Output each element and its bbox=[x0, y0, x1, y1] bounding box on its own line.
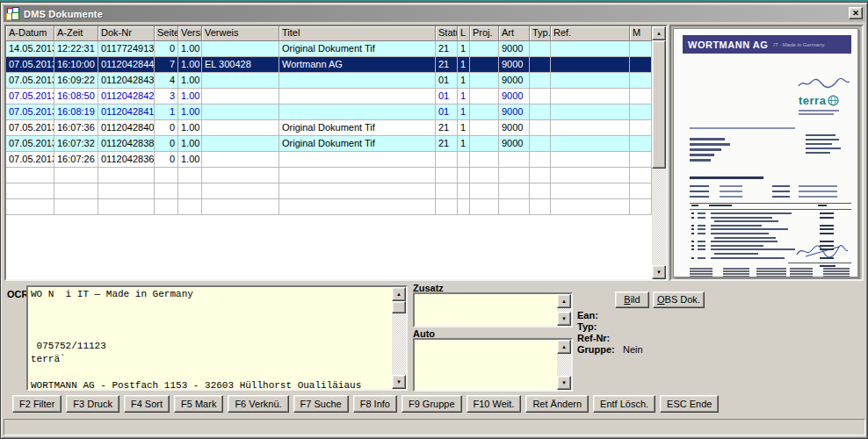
table-cell bbox=[630, 136, 652, 152]
scroll-thumb[interactable] bbox=[392, 301, 406, 313]
table-row-2[interactable]: 07.05.201316:09:22011204284341.000119000 bbox=[6, 73, 652, 89]
table-cell: 0112042843 bbox=[98, 73, 155, 89]
table-row-1[interactable]: 07.05.201316:10:00011204284471.00EL 3004… bbox=[6, 57, 652, 73]
column-header-titel[interactable]: Titel bbox=[279, 26, 436, 41]
scanned-text-line bbox=[690, 196, 709, 198]
column-header-versi[interactable]: Versi bbox=[178, 26, 202, 41]
scanned-text-line bbox=[690, 127, 795, 129]
title-bar[interactable]: DMS Dokumente ✕ bbox=[4, 5, 865, 22]
scroll-down-icon[interactable]: ▼ bbox=[652, 265, 666, 279]
table-cell bbox=[630, 199, 652, 215]
fkey-ret-ndern[interactable]: Ret Ändern bbox=[525, 395, 589, 413]
scroll-up-icon[interactable]: ▲ bbox=[557, 340, 571, 354]
scroll-up-icon[interactable]: ▲ bbox=[392, 287, 406, 301]
table-cell: 21 bbox=[436, 57, 458, 73]
scanned-text-line bbox=[720, 196, 742, 198]
column-header-m[interactable]: M bbox=[630, 26, 652, 41]
table-row-6[interactable]: 07.05.201316:07:32011204283801.00Origina… bbox=[6, 136, 652, 152]
scroll-down-icon[interactable]: ▼ bbox=[392, 375, 406, 389]
table-cell bbox=[530, 120, 551, 136]
table-row-0[interactable]: 14.05.201312:22:31011772491301.00Origina… bbox=[6, 41, 652, 57]
column-header-art[interactable]: Art bbox=[499, 26, 530, 41]
obs-dok-button[interactable]: OBS Dok. bbox=[653, 291, 705, 308]
column-header-l[interactable]: L bbox=[458, 26, 470, 41]
document-preview-panel[interactable]: WORTMANN AG IT - Made in Germany terra bbox=[669, 25, 864, 281]
scanned-text-line bbox=[756, 276, 786, 277]
table-cell: 1.00 bbox=[178, 89, 202, 104]
table-empty-row[interactable] bbox=[6, 184, 652, 199]
table-cell bbox=[630, 104, 652, 120]
table-cell bbox=[202, 136, 279, 152]
column-header-seite[interactable]: Seite bbox=[155, 26, 178, 41]
fkey-f9-gruppe[interactable]: F9 Gruppe bbox=[401, 395, 462, 413]
scroll-up-icon[interactable]: ▲ bbox=[652, 26, 666, 40]
table-cell bbox=[98, 168, 155, 184]
terra-logo: terra bbox=[799, 94, 839, 107]
table-cell: 07.05.2013 bbox=[6, 89, 54, 104]
scanned-text-line bbox=[820, 265, 835, 267]
fkey-entf-l-sch-[interactable]: Entf Lösch. bbox=[593, 395, 655, 413]
scanned-text-line bbox=[691, 205, 698, 206]
close-button[interactable]: ✕ bbox=[849, 7, 863, 19]
column-header-verweis[interactable]: Verweis bbox=[202, 26, 279, 41]
fkey-f5-mark[interactable]: F5 Mark bbox=[174, 395, 223, 413]
table-row-3[interactable]: 07.05.201316:08:50011204284231.000119000 bbox=[6, 89, 652, 104]
auto-scrollbar[interactable]: ▲ ▼ bbox=[557, 340, 571, 390]
scanned-text-line bbox=[709, 205, 732, 206]
scroll-down-icon[interactable]: ▼ bbox=[557, 312, 571, 326]
column-header-dok-nr[interactable]: Dok-Nr bbox=[98, 26, 155, 41]
column-header-typ-[interactable]: Typ. bbox=[530, 26, 551, 41]
table-cell bbox=[458, 199, 470, 215]
scanned-text-line bbox=[772, 191, 790, 192]
table-row-5[interactable]: 07.05.201316:07:36011204284001.00Origina… bbox=[6, 120, 652, 136]
table-cell bbox=[6, 184, 54, 199]
scroll-down-icon[interactable]: ▼ bbox=[557, 376, 571, 390]
table-vertical-scrollbar[interactable]: ▲ ▼ bbox=[652, 26, 666, 279]
fkey-f4-sort[interactable]: F4 Sort bbox=[124, 395, 170, 413]
scanned-text-line bbox=[820, 245, 834, 247]
bild-button[interactable]: Bild bbox=[615, 291, 649, 308]
table-cell: 1 bbox=[458, 41, 470, 57]
fkey-f8-info[interactable]: F8 Info bbox=[353, 395, 397, 413]
fkey-f7-suche[interactable]: F7 Suche bbox=[293, 395, 349, 413]
scroll-up-icon[interactable]: ▲ bbox=[557, 294, 571, 308]
table-row-7[interactable]: 07.05.201316:07:26011204283601.00 bbox=[6, 152, 652, 168]
table-cell bbox=[499, 168, 530, 184]
scanned-text-line bbox=[690, 209, 851, 210]
app-icon[interactable] bbox=[6, 7, 20, 21]
table-cell bbox=[54, 199, 98, 215]
fkey-f2-filter[interactable]: F2 Filter bbox=[12, 395, 61, 413]
status-bar bbox=[4, 419, 865, 435]
table-cell bbox=[436, 199, 458, 215]
column-header-a-zeit[interactable]: A-Zeit bbox=[54, 26, 98, 41]
fkey-f6-verkn-[interactable]: F6 Verknü. bbox=[228, 395, 288, 413]
table-cell: 9000 bbox=[499, 104, 530, 120]
scroll-thumb[interactable] bbox=[652, 40, 666, 169]
ocr-scrollbar[interactable]: ▲ ▼ bbox=[392, 287, 406, 389]
fkey-esc-ende[interactable]: ESC Ende bbox=[660, 395, 719, 413]
table-empty-row[interactable] bbox=[6, 199, 652, 215]
scanned-text-line bbox=[823, 270, 850, 272]
ocr-textarea[interactable]: WO N i IT — Made in Germany 075752/11123… bbox=[26, 285, 408, 391]
column-header-ref-[interactable]: Ref. bbox=[551, 26, 630, 41]
column-header-statu[interactable]: Statu bbox=[436, 26, 458, 41]
zusatz-textarea[interactable]: ▲ ▼ bbox=[413, 292, 573, 327]
scanned-text-line bbox=[723, 268, 749, 270]
fkey-f10-weit-[interactable]: F10 Weit. bbox=[467, 395, 522, 413]
scanned-text-line bbox=[820, 212, 834, 214]
table-cell: 7 bbox=[155, 57, 178, 73]
column-header-a-datum[interactable]: A-Datum bbox=[6, 26, 54, 41]
preview-brand-band: WORTMANN AG IT - Made in Germany bbox=[683, 35, 851, 54]
table-cell bbox=[630, 57, 652, 73]
table-cell: 16:07:32 bbox=[54, 136, 98, 152]
fkey-f3-druck[interactable]: F3 Druck bbox=[66, 395, 119, 413]
auto-textarea[interactable]: ▲ ▼ bbox=[413, 338, 573, 392]
column-header-proj-[interactable]: Proj. bbox=[470, 26, 499, 41]
table-cell: 0112042844 bbox=[98, 57, 155, 73]
scanned-text-line bbox=[756, 270, 786, 272]
table-empty-row[interactable] bbox=[6, 168, 652, 184]
zusatz-scrollbar[interactable]: ▲ ▼ bbox=[557, 294, 571, 326]
table-cell: 14.05.2013 bbox=[6, 41, 54, 57]
scanned-text-line bbox=[820, 217, 834, 219]
table-row-4[interactable]: 07.05.201316:08:19011204284111.000119000 bbox=[6, 104, 652, 120]
